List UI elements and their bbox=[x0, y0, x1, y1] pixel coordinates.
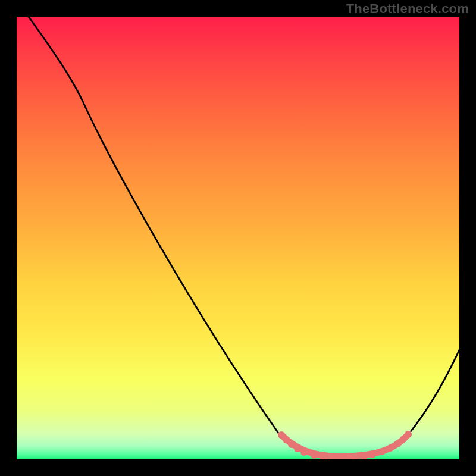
marker-dot bbox=[300, 449, 308, 456]
marker-dot bbox=[369, 451, 376, 458]
marker-dot bbox=[288, 441, 295, 448]
marker-dot bbox=[387, 444, 394, 452]
marker-dot bbox=[405, 431, 412, 438]
marker-dot bbox=[394, 440, 401, 447]
chart-svg bbox=[17, 17, 459, 459]
watermark-text: TheBottleneck.com bbox=[346, 1, 469, 17]
plot-area bbox=[17, 17, 459, 459]
marker-dot bbox=[294, 445, 301, 452]
marker-dot bbox=[361, 452, 368, 459]
marker-dot bbox=[378, 448, 386, 455]
chart-frame: TheBottleneck.com bbox=[0, 0, 476, 476]
marker-dot bbox=[283, 436, 290, 443]
marker-dot bbox=[311, 452, 318, 459]
bottleneck-curve bbox=[29, 17, 459, 457]
